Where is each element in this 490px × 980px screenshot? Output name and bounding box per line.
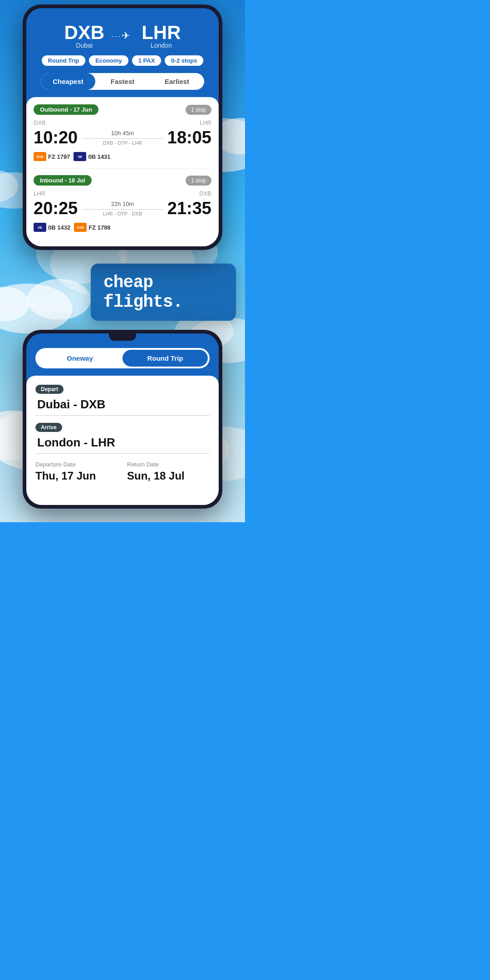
trip-oneway[interactable]: Oneway xyxy=(37,350,122,367)
phone-notch xyxy=(109,333,136,341)
filter-tabs: Cheapest Fastest Earliest xyxy=(41,73,204,90)
outbound-airline-1: DXB FZ 1797 xyxy=(34,152,70,161)
outbound-stops: 1 stop xyxy=(186,105,211,115)
outbound-airline-2: 0B 0B 1431 xyxy=(74,152,110,161)
depart-value[interactable]: Dubai - DXB xyxy=(35,397,210,416)
inbound-duration: 22h 10m xyxy=(82,201,163,207)
departure-date-value[interactable]: Thu, 17 Jun xyxy=(35,470,118,482)
inbound-flight-1: 0B 1432 xyxy=(48,224,70,231)
outbound-depart: 10:20 xyxy=(34,128,78,147)
return-date-field: Return Date Sun, 18 Jul xyxy=(127,461,210,482)
svg-text:- - -: - - - xyxy=(112,33,120,39)
inbound-airline-2: DXB FZ 1798 xyxy=(74,223,110,232)
phone-screen-2: Oneway Round Trip Depart Dubai - DXB Arr… xyxy=(26,333,219,505)
headline-text: cheap flights. xyxy=(103,273,223,312)
outbound-to: LHR xyxy=(200,119,211,126)
inbound-from: LHR xyxy=(34,190,45,197)
tag-stops[interactable]: 0-2 stops xyxy=(165,55,203,66)
airline-logo-0b2: 0B xyxy=(34,223,46,232)
outbound-header: Outbound - 17 Jun 1 stop xyxy=(34,104,211,115)
trip-roundtrip[interactable]: Round Trip xyxy=(122,350,208,367)
inbound-route: LHR - OTP - DXB xyxy=(82,211,163,216)
arrive-field-group: Arrive London - LHR xyxy=(35,423,210,454)
tag-pax[interactable]: 1 PAX xyxy=(132,55,162,66)
depart-field-group: Depart Dubai - DXB xyxy=(35,385,210,416)
inbound-arrive: 21:35 xyxy=(167,199,211,218)
dest-code: LHR xyxy=(142,22,181,44)
outbound-airlines: DXB FZ 1797 0B 0B 1431 xyxy=(34,152,211,161)
phone-frame-1: DXB Dubai - - - ✈ LHR London xyxy=(23,5,222,250)
departure-date-label: Departure Date xyxy=(35,461,118,468)
outbound-label: Outbound - 17 Jun xyxy=(34,104,98,115)
inbound-header: Inbound - 18 Jul 1 stop xyxy=(34,175,211,186)
flight-tags: Round Trip Economy 1 PAX 0-2 stops xyxy=(35,52,210,73)
inbound-route-middle: 22h 10m LHR - OTP - DXB xyxy=(78,201,167,216)
outbound-route-middle: 10h 45m DXB - OTP - LHR xyxy=(78,130,167,146)
tag-round-trip[interactable]: Round Trip xyxy=(42,55,86,66)
outbound-airports: DXB LHR xyxy=(34,119,211,126)
outbound-from: DXB xyxy=(34,119,46,126)
arrive-value[interactable]: London - LHR xyxy=(35,436,210,454)
inbound-to: DXB xyxy=(199,190,211,197)
inbound-flight-2: FZ 1798 xyxy=(88,224,110,231)
middle-section: cheap flights. xyxy=(0,250,245,330)
departure-date-field: Departure Date Thu, 17 Jun xyxy=(35,461,118,482)
search-form: Depart Dubai - DXB Arrive London - LHR D… xyxy=(26,376,219,505)
phone-frame-2: Oneway Round Trip Depart Dubai - DXB Arr… xyxy=(23,330,222,509)
inbound-times: 20:25 22h 10m LHR - OTP - DXB 21:35 xyxy=(34,199,211,218)
depart-label: Depart xyxy=(35,385,64,394)
tab-fastest[interactable]: Fastest xyxy=(95,73,150,90)
airline-logo-fz1: DXB xyxy=(34,152,46,161)
flight-route: DXB Dubai - - - ✈ LHR London xyxy=(35,17,210,52)
outbound-flight-1: FZ 1797 xyxy=(48,153,70,160)
svg-text:✈: ✈ xyxy=(122,30,130,41)
arrive-label: Arrive xyxy=(35,423,62,432)
inbound-airlines: 0B 0B 1432 DXB FZ 1798 xyxy=(34,223,211,232)
tag-economy[interactable]: Economy xyxy=(89,55,128,66)
flights-container: Outbound - 17 Jun 1 stop DXB LHR 10:20 1… xyxy=(26,97,219,246)
airline-logo-fz2: DXB xyxy=(74,223,87,232)
trip-toggle: Oneway Round Trip xyxy=(35,348,210,368)
tab-earliest[interactable]: Earliest xyxy=(150,73,204,90)
return-date-value[interactable]: Sun, 18 Jul xyxy=(127,470,210,482)
airline-logo-0b1: 0B xyxy=(74,152,86,161)
inbound-stops: 1 stop xyxy=(186,176,211,186)
inbound-depart: 20:25 xyxy=(34,199,78,218)
phone-header: DXB Dubai - - - ✈ LHR London xyxy=(26,8,219,90)
inbound-label: Inbound - 18 Jul xyxy=(34,175,92,186)
phone-screen-1: DXB Dubai - - - ✈ LHR London xyxy=(26,8,219,246)
return-date-label: Return Date xyxy=(127,461,210,468)
origin-code: DXB xyxy=(64,22,104,44)
outbound-times: 10:20 10h 45m DXB - OTP - LHR 18:05 xyxy=(34,128,211,147)
divider xyxy=(34,168,211,169)
outbound-route: DXB - OTP - LHR xyxy=(82,140,163,146)
tab-cheapest[interactable]: Cheapest xyxy=(41,73,95,90)
plane-icon: - - - ✈ xyxy=(112,29,134,42)
outbound-duration: 10h 45m xyxy=(82,130,163,137)
outbound-flight-2: 0B 1431 xyxy=(88,153,110,160)
dates-row: Departure Date Thu, 17 Jun Return Date S… xyxy=(35,461,210,482)
inbound-airports: LHR DXB xyxy=(34,190,211,197)
headline-box: cheap flights. xyxy=(91,264,236,321)
inbound-airline-1: 0B 0B 1432 xyxy=(34,223,70,232)
outbound-arrive: 18:05 xyxy=(167,128,211,147)
